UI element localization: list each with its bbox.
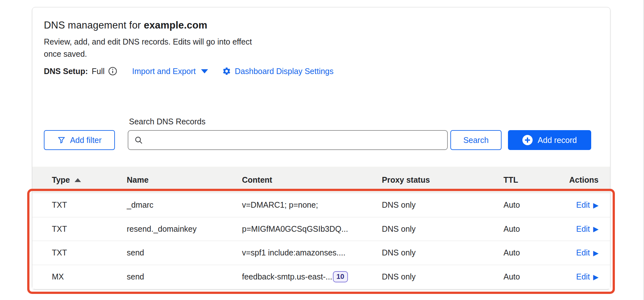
search-button-label: Search	[463, 136, 488, 145]
controls-row: Add filter Search DNS Records	[44, 117, 599, 150]
import-export-label: Import and Export	[132, 67, 196, 76]
chevron-right-icon: ▶	[593, 274, 599, 281]
search-icon	[134, 136, 143, 145]
table-header-row: Type Name Content Proxy status TTL Actio…	[32, 167, 610, 193]
record-name: send	[127, 272, 242, 281]
dns-records-table: Type Name Content Proxy status TTL Actio…	[32, 167, 610, 289]
record-content: feedback-smtp.us-east-... 10	[242, 271, 382, 282]
dns-management-page: DNS management for example.com Review, a…	[0, 0, 644, 300]
table-row: TXT _dmarc v=DMARC1; p=none; DNS only Au…	[32, 193, 610, 217]
add-filter-button[interactable]: Add filter	[44, 130, 115, 150]
import-export-link[interactable]: Import and Export	[132, 67, 208, 76]
record-type: MX	[32, 272, 127, 281]
record-proxy: DNS only	[382, 200, 503, 210]
header-ttl[interactable]: TTL	[503, 175, 564, 185]
dashboard-display-settings-label: Dashboard Display Settings	[235, 67, 334, 76]
header-proxy-status[interactable]: Proxy status	[382, 175, 503, 185]
mx-priority-badge: 10	[333, 271, 348, 282]
record-ttl: Auto	[503, 248, 564, 257]
dns-setup-label: DNS Setup:	[44, 67, 88, 76]
chevron-down-icon	[201, 69, 208, 73]
chevron-right-icon: ▶	[593, 226, 599, 233]
edit-record-button[interactable]: Edit ▶	[576, 200, 599, 210]
search-button[interactable]: Search	[450, 130, 502, 150]
record-proxy: DNS only	[382, 272, 503, 281]
chevron-right-icon: ▶	[593, 250, 599, 257]
search-label: Search DNS Records	[128, 117, 448, 126]
page-title-prefix: DNS management for	[44, 20, 144, 31]
record-proxy: DNS only	[382, 248, 503, 257]
table-row: TXT send v=spf1 include:amazonses.... DN…	[32, 241, 610, 265]
record-type: TXT	[32, 248, 127, 257]
header-name[interactable]: Name	[127, 175, 242, 185]
page-title-domain: example.com	[144, 20, 207, 31]
info-icon[interactable]	[108, 66, 117, 76]
plus-circle-icon	[522, 135, 533, 145]
record-ttl: Auto	[503, 200, 564, 210]
page-subtitle: Review, add, and edit DNS records. Edits…	[44, 36, 258, 60]
table-row: MX send feedback-smtp.us-east-... 10 DNS…	[32, 265, 610, 289]
dns-setup-row: DNS Setup: Full Import and Export	[44, 66, 599, 76]
record-type: TXT	[32, 200, 127, 210]
record-name: resend._domainkey	[127, 224, 242, 234]
record-proxy: DNS only	[382, 224, 503, 234]
record-ttl: Auto	[503, 272, 564, 281]
record-type: TXT	[32, 224, 127, 234]
search-group: Search DNS Records	[128, 117, 448, 150]
chevron-right-icon: ▶	[593, 202, 599, 209]
dns-management-card: DNS management for example.com Review, a…	[32, 7, 610, 289]
record-content: p=MIGfMA0GCSqGSIb3DQ...	[242, 224, 382, 234]
sort-ascending-icon	[75, 178, 81, 182]
gear-icon	[222, 67, 231, 76]
add-record-button[interactable]: Add record	[508, 130, 591, 150]
edit-record-button[interactable]: Edit ▶	[576, 224, 599, 234]
add-filter-label: Add filter	[70, 136, 102, 145]
record-content: v=DMARC1; p=none;	[242, 200, 382, 210]
search-input[interactable]	[128, 130, 448, 150]
edit-record-button[interactable]: Edit ▶	[576, 248, 599, 257]
add-record-label: Add record	[538, 136, 577, 145]
record-content: v=spf1 include:amazonses....	[242, 248, 382, 257]
record-name: _dmarc	[127, 200, 242, 210]
table-row: TXT resend._domainkey p=MIGfMA0GCSqGSIb3…	[32, 217, 610, 241]
filter-icon	[57, 136, 66, 144]
dns-setup-value: Full	[92, 67, 105, 76]
record-name: send	[127, 248, 242, 257]
dashboard-display-settings-link[interactable]: Dashboard Display Settings	[222, 67, 334, 76]
header-actions: Actions	[564, 175, 610, 185]
record-ttl: Auto	[503, 224, 564, 234]
header-type[interactable]: Type	[32, 175, 127, 185]
edit-record-button[interactable]: Edit ▶	[576, 272, 599, 281]
page-title: DNS management for example.com	[44, 18, 599, 32]
header-content[interactable]: Content	[242, 175, 382, 185]
